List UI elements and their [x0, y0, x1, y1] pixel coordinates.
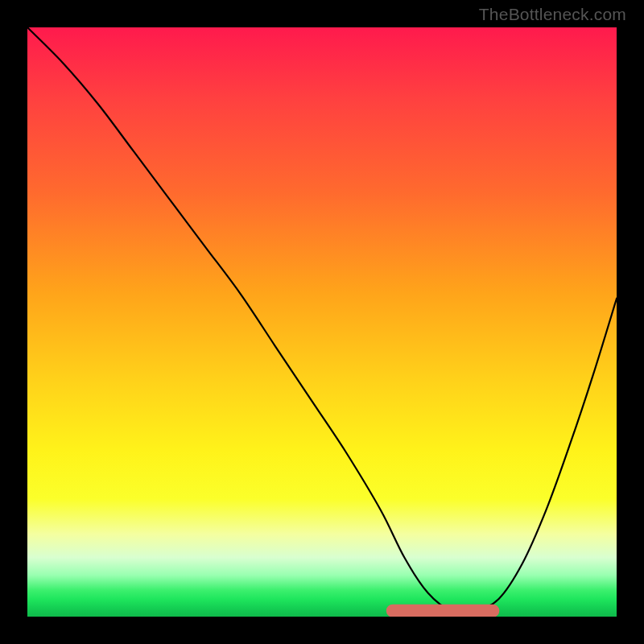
plot-area [27, 27, 617, 617]
chart-frame: TheBottleneck.com [0, 0, 644, 644]
curve-layer [27, 27, 617, 617]
watermark-text: TheBottleneck.com [479, 5, 626, 24]
bottleneck-curve [27, 27, 617, 613]
